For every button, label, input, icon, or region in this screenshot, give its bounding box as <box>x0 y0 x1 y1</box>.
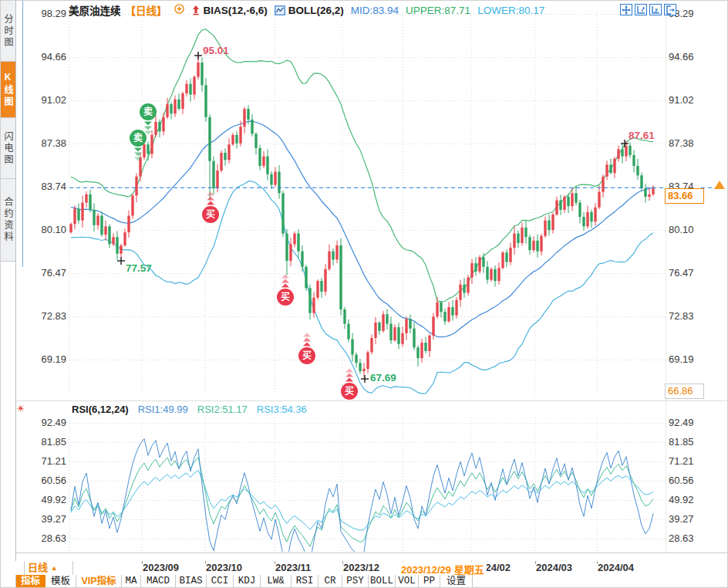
plus-circle-icon[interactable] <box>174 4 184 16</box>
rsi-axis-label-left: 28.63 <box>31 532 66 544</box>
toolbar-item-vip指标[interactable]: VIP指标 <box>76 575 122 588</box>
symbol-title: 美原油连续 <box>69 2 121 18</box>
rsi-axis-label-right: 71.21 <box>669 455 694 467</box>
rsi-panel-header: RSI(6,12,24) RSI1:49.99 RSI2:51.17 RSI3:… <box>72 404 307 415</box>
boll-chart-icon <box>275 5 285 15</box>
swing-price-annotation: 95.01 <box>203 45 229 56</box>
date-axis-label: 2023/12 <box>343 562 379 573</box>
boll-lower-value: LOWER:80.17 <box>477 5 544 16</box>
exit-fullscreen-icon[interactable] <box>664 4 676 15</box>
bias-indicator-label: BIAS(12,-6,6) <box>204 5 268 16</box>
rsi-axis-label-left: 92.49 <box>31 417 66 428</box>
chart-type-sidebar: 分时图K线图闪电图合约资料 <box>1 1 16 561</box>
buy-signal-chevron <box>345 369 353 373</box>
sidebar-tab-2[interactable]: K线图 <box>1 62 15 118</box>
sidebar-tab-3[interactable]: 闪电图 <box>1 118 15 179</box>
date-axis-label: 2023/10 <box>206 562 242 573</box>
swing-price-annotation: 77.57 <box>126 262 152 274</box>
buy-signal-chevron <box>303 338 311 342</box>
sell-signal-chevron <box>144 122 152 126</box>
rsi-axis-label-left: 81.85 <box>31 436 66 448</box>
sell-signal-chevron <box>134 157 142 161</box>
price-up-arrow-icon <box>714 181 725 189</box>
price-axis-label-left: 72.83 <box>31 310 66 322</box>
toolbar-item-kdj[interactable]: KDJ <box>234 575 261 588</box>
boll-mid-value: MID:83.94 <box>351 5 399 16</box>
sell-signal-chevron <box>134 148 142 152</box>
toolbar-item-boll[interactable]: BOLL <box>369 575 396 588</box>
toolbar-item-vol[interactable]: VOL <box>396 575 419 588</box>
zoom-in-axis-icon[interactable] <box>635 4 647 15</box>
toolbar-item-模板[interactable]: 模板 <box>46 575 76 588</box>
toolbar-item-bias[interactable]: BIAS <box>176 575 207 588</box>
zoom-out-axis-icon[interactable] <box>649 4 662 15</box>
buy-signal-chevron <box>345 378 353 382</box>
toolbar-item-cr[interactable]: CR <box>318 575 342 588</box>
rsi3-value: RSI3:54.36 <box>257 404 307 415</box>
buy-signal-chevron <box>207 197 214 201</box>
price-axis-label-left: 69.19 <box>31 353 66 365</box>
date-axis-label: 2024/03 <box>536 562 572 573</box>
toolbar-item-macd[interactable]: MACD <box>141 575 176 588</box>
sell-signal-badge: 卖 <box>130 130 147 147</box>
price-axis-label-right: 87.38 <box>669 137 694 149</box>
rsi-axis-label-right: 28.63 <box>669 532 694 544</box>
sidebar-tab-4[interactable]: 合约资料 <box>1 179 15 262</box>
toolbar-item-rsi[interactable]: RSI <box>292 575 318 588</box>
indicator-settings-sun-icon[interactable]: ☀ <box>16 403 25 414</box>
indicator-toolbar: 指标模板VIP指标MAMACDBIASCCIKDJLW&RSICRPSYBOLL… <box>15 575 728 588</box>
rsi-axis-label-right: 92.49 <box>669 417 694 428</box>
boll-indicator-label: BOLL(26,2) <box>288 5 344 16</box>
rsi-bottom-border <box>15 553 728 553</box>
sidebar-tab-1[interactable]: 分时图 <box>1 1 15 62</box>
swing-price-annotation: 87.61 <box>629 130 655 141</box>
chart-toolbar-icons <box>620 4 676 15</box>
price-axis-label-right: 91.02 <box>669 94 694 106</box>
toolbar-item-psy[interactable]: PSY <box>342 575 369 588</box>
date-axis-label: 2023/09 <box>143 562 179 573</box>
buy-signal-chevron <box>207 192 214 196</box>
range-low-tag: 66.86 <box>665 384 704 399</box>
rsi-axis-label-right: 81.85 <box>669 436 694 448</box>
buy-signal-chevron <box>207 201 214 205</box>
rsi2-value: RSI2:51.17 <box>197 404 248 415</box>
date-axis-label: 2023/11 <box>275 562 311 573</box>
sell-signal-chevron <box>144 127 152 130</box>
buy-signal-badge: 买 <box>202 206 219 223</box>
price-axis-label-right: 69.19 <box>669 353 694 365</box>
price-axis-label-left: 87.38 <box>31 137 66 149</box>
period-selector[interactable]: 日线 ▲ <box>24 561 73 575</box>
rsi1-value: RSI1:49.99 <box>138 404 188 415</box>
buy-signal-chevron <box>281 279 289 283</box>
rsi-axis-label-right: 60.56 <box>669 475 694 486</box>
buy-signal-chevron <box>345 373 353 377</box>
date-axis-label: 2024/04 <box>598 562 634 573</box>
chart-header: 美原油连续 【日线】 BIAS(12,-6,6) BOLL(26,2) MID:… <box>69 3 544 17</box>
price-axis-label-right: 72.83 <box>669 310 694 322</box>
trading-app-window: 分时图K线图闪电图合约资料 美原油连续 【日线】 BIAS(12,-6,6) B… <box>0 0 728 588</box>
price-axis-label-right: 80.10 <box>669 224 694 235</box>
toolbar-item-lw&[interactable]: LW& <box>261 575 292 588</box>
dropdown-arrow-icon: ▲ <box>51 564 58 572</box>
swing-price-annotation: 67.69 <box>370 372 396 384</box>
buy-signal-badge: 买 <box>277 289 294 306</box>
price-axis-label-right: 94.66 <box>669 51 694 63</box>
sell-signal-badge: 卖 <box>140 103 157 120</box>
toolbar-item-ma[interactable]: MA <box>122 575 141 588</box>
sell-signal-chevron <box>134 153 142 157</box>
pan-crosshair-icon[interactable] <box>620 4 632 15</box>
boll-upper-value: UPPER:87.71 <box>406 5 470 16</box>
rsi-axis-label-left: 39.27 <box>31 513 66 525</box>
price-axis-label-left: 80.10 <box>31 224 66 235</box>
toolbar-item-cci[interactable]: CCI <box>207 575 234 588</box>
chart-canvas[interactable] <box>1 1 728 564</box>
toolbar-item-指标[interactable]: 指标 <box>16 575 46 588</box>
rsi-axis-label-left: 49.92 <box>31 494 66 505</box>
toolbar-item-设置[interactable]: 设置 <box>440 575 473 588</box>
rsi-axis-label-right: 39.27 <box>669 513 694 525</box>
price-axis-label-left: 91.02 <box>31 94 66 106</box>
date-axis-row: 日线 ▲ 2023/092023/102023/112023/122024/02… <box>15 561 728 576</box>
period-tag: 【日线】 <box>126 2 167 18</box>
toolbar-item-pp[interactable]: PP <box>419 575 440 588</box>
buy-signal-badge: 买 <box>341 383 358 400</box>
